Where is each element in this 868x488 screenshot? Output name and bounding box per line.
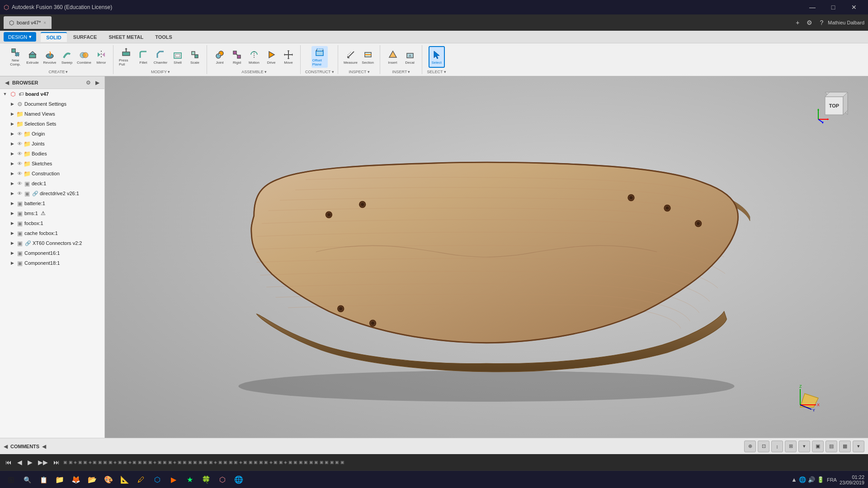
tab-close-button[interactable]: ×: [43, 20, 46, 25]
tree-item-bodies[interactable]: ▶ 👁 📁 Bodies: [0, 149, 104, 159]
minimize-button[interactable]: —: [802, 0, 823, 14]
tree-item-document-settings[interactable]: ▶ ⚙ Document Settings: [0, 99, 104, 109]
motion-link-tool[interactable]: Motion: [246, 46, 262, 68]
step-forward-button[interactable]: ▶▶: [36, 459, 50, 466]
mirror-tool[interactable]: Mirror: [93, 46, 109, 68]
play-button[interactable]: ▶: [26, 459, 34, 466]
new-component-tool[interactable]: New Comp.: [7, 46, 24, 68]
inspect-group-label[interactable]: INSPECT ▾: [349, 69, 369, 74]
visual-style-button[interactable]: ▤: [826, 441, 837, 452]
tree-item-selection-sets[interactable]: ▶ 📁 Selection Sets: [0, 119, 104, 129]
extrude-tool[interactable]: Extrude: [24, 46, 41, 68]
section-analysis-tool[interactable]: Section: [360, 46, 376, 68]
toggle-icon[interactable]: ▶: [9, 131, 15, 137]
visibility-icon[interactable]: 👁: [16, 131, 23, 137]
modify-group-label[interactable]: MODIFY ▾: [151, 69, 170, 74]
toggle-icon[interactable]: ▶: [9, 200, 15, 206]
taskbar-firefox[interactable]: 🦊: [69, 473, 83, 487]
taskbar-app5[interactable]: ▶: [166, 473, 181, 487]
decal-tool[interactable]: A Decal: [402, 46, 418, 68]
toggle-icon[interactable]: ▶: [9, 240, 15, 246]
environment-button[interactable]: ▾: [853, 441, 864, 452]
document-tab[interactable]: ⬡ board v47* ×: [4, 16, 52, 29]
scale-tool[interactable]: Scale: [187, 46, 203, 68]
design-dropdown-button[interactable]: DESIGN ▾: [4, 32, 36, 42]
tree-item-construction[interactable]: ▶ 👁 📁 Construction: [0, 169, 104, 178]
tree-item-directdrive[interactable]: ▶ 👁 ▣ 🔗 directdrive2 v26:1: [0, 188, 104, 198]
start-button[interactable]: ⊞: [4, 473, 18, 487]
taskbar-app2[interactable]: 📐: [118, 473, 132, 487]
toggle-icon[interactable]: ▶: [9, 230, 15, 236]
sweep-tool[interactable]: Sweep: [59, 46, 75, 68]
tree-item-joints[interactable]: ▶ 👁 📁 Joints: [0, 139, 104, 149]
measure-tool[interactable]: Measure: [343, 46, 359, 68]
shell-tool[interactable]: Shell: [170, 46, 186, 68]
taskbar-app1[interactable]: 🎨: [101, 473, 116, 487]
tab-tools[interactable]: TOOLS: [150, 33, 178, 42]
tree-item-component16[interactable]: ▶ ▣ Component16:1: [0, 248, 104, 258]
visibility-icon[interactable]: 👁: [16, 180, 23, 187]
toggle-icon[interactable]: ▶: [9, 190, 15, 197]
select-tool[interactable]: Select: [429, 46, 445, 68]
expand-comments-button[interactable]: ◀: [4, 443, 8, 450]
pan-button[interactable]: ⊡: [758, 441, 769, 452]
move-tool[interactable]: Move: [280, 46, 297, 68]
taskbar-app4[interactable]: ⬡: [150, 473, 165, 487]
tray-up-arrow[interactable]: ▲: [791, 476, 797, 483]
revolve-tool[interactable]: Revolve: [42, 46, 58, 68]
joint-tool[interactable]: Joint: [212, 46, 228, 68]
browser-settings-button[interactable]: ⚙: [85, 80, 92, 86]
toggle-icon[interactable]: ▶: [9, 111, 15, 117]
insert-mesh-tool[interactable]: Insert: [385, 46, 401, 68]
toggle-icon[interactable]: ▶: [9, 180, 15, 187]
search-button[interactable]: 🔍: [20, 473, 34, 487]
assemble-group-label[interactable]: ASSEMBLE ▾: [241, 69, 267, 74]
construct-group-label[interactable]: CONSTRUCT ▾: [305, 69, 334, 74]
taskbar-file-explorer[interactable]: 📁: [52, 473, 67, 487]
zoom-button[interactable]: ↕: [771, 441, 783, 452]
toggle-icon[interactable]: ▶: [9, 121, 15, 127]
clock[interactable]: 01:22 23/09/2019: [840, 474, 864, 485]
display-mode-button[interactable]: ▣: [812, 441, 824, 452]
toggle-icon[interactable]: ▶: [9, 260, 15, 266]
rigid-group-tool[interactable]: Rigid: [229, 46, 245, 68]
visibility-icon[interactable]: 👁: [16, 170, 23, 177]
visibility-icon[interactable]: 👁: [16, 160, 23, 167]
tray-volume[interactable]: 🔊: [808, 476, 815, 483]
create-group-label[interactable]: CREATE ▾: [49, 69, 68, 74]
tree-item-bms[interactable]: ▶ ▣ bms:1 ⚠: [0, 208, 104, 218]
toggle-icon[interactable]: ▶: [9, 220, 15, 226]
tree-item-focbox[interactable]: ▶ ▣ focbox:1: [0, 218, 104, 228]
close-button[interactable]: ✕: [844, 0, 864, 14]
toggle-icon[interactable]: ▶: [9, 160, 15, 167]
toggle-icon[interactable]: ▶: [9, 150, 15, 157]
new-tab-button[interactable]: +: [793, 19, 802, 26]
skip-to-start-button[interactable]: ⏮: [4, 459, 14, 466]
taskbar-fusion[interactable]: ⬡: [215, 473, 230, 487]
tray-network[interactable]: 🌐: [799, 476, 806, 483]
taskbar-filemanager[interactable]: 📂: [85, 473, 99, 487]
root-toggle[interactable]: ▼: [2, 91, 8, 97]
tree-item-batterie[interactable]: ▶ ▣ batterie:1: [0, 198, 104, 208]
toggle-icon[interactable]: ▶: [9, 101, 15, 107]
toggle-icon[interactable]: ▶: [9, 141, 15, 147]
help-button[interactable]: ?: [817, 19, 826, 26]
toggle-icon[interactable]: ▶: [9, 170, 15, 177]
taskbar-app6[interactable]: ★: [183, 473, 197, 487]
tree-item-cache-focbox[interactable]: ▶ ▣ cache focbox:1: [0, 228, 104, 238]
press-pull-tool[interactable]: Press Pull: [118, 46, 134, 68]
fillet-tool[interactable]: Fillet: [135, 46, 151, 68]
insert-group-label[interactable]: INSERT ▾: [392, 69, 410, 74]
select-group-label[interactable]: SELECT ▾: [427, 69, 446, 74]
effects-button[interactable]: ▦: [839, 441, 851, 452]
skip-to-end-button[interactable]: ⏭: [52, 459, 61, 466]
taskbar-app7[interactable]: 🍀: [199, 473, 213, 487]
zoom-to-fit-button[interactable]: ⊞: [785, 441, 797, 452]
language-indicator[interactable]: FRA: [827, 477, 837, 483]
toggle-icon[interactable]: ▶: [9, 250, 15, 256]
tray-battery[interactable]: 🔋: [817, 476, 824, 483]
taskbar-chrome[interactable]: 🌐: [231, 473, 246, 487]
root-item[interactable]: ▼ ⬡ 🏷 board v47: [0, 89, 104, 99]
chamfer-tool[interactable]: Chamfer: [152, 46, 169, 68]
tree-item-sketches[interactable]: ▶ 👁 📁 Sketches: [0, 159, 104, 169]
